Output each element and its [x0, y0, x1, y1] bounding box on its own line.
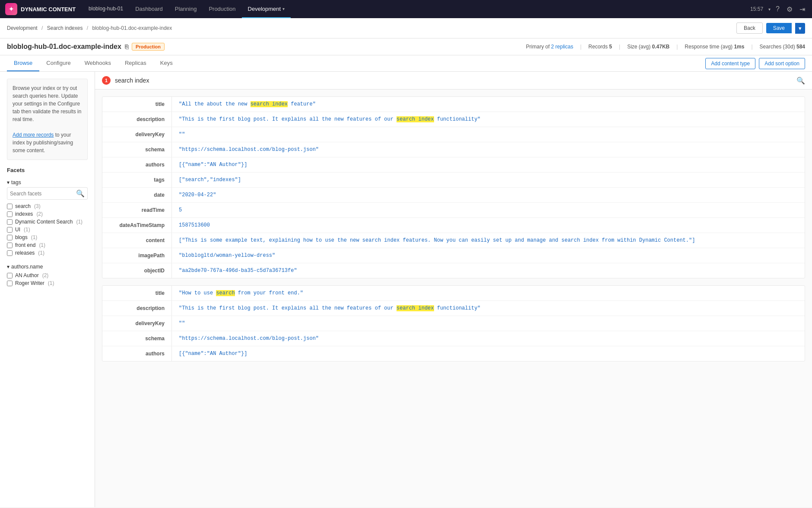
facet-item-search[interactable]: search (3) [7, 202, 88, 210]
breadcrumb-current: bloblog-hub-01.doc-example-index [92, 25, 172, 31]
help-button[interactable]: ? [774, 3, 781, 15]
field-label-description: description [102, 112, 171, 127]
facet-group-authors: ▾ authors.name AN Author (2) Roger Write… [7, 262, 88, 287]
facets-title: Facets [7, 167, 88, 173]
field-label-imagepath: imagePath [102, 248, 171, 263]
facet-checkbox-blogs[interactable] [7, 235, 13, 240]
tabs: Browse Configure Webhooks Replicas Keys [7, 55, 180, 71]
facet-checkbox-indexes[interactable] [7, 211, 13, 217]
field-value-schema-2: "https://schema.localhost.com/blog-post.… [172, 331, 805, 346]
field-value-objectid: "aa2bde70-767a-496d-ba35-c5d7a36713fe" [172, 263, 805, 278]
copy-icon[interactable]: ⎘ [125, 43, 128, 50]
facet-item-frontend[interactable]: front end (1) [7, 241, 88, 249]
table-row: schema "https://schema.localhost.com/blo… [102, 142, 805, 157]
facet-item-ui[interactable]: UI (1) [7, 226, 88, 233]
app-name: DYNAMIC CONTENT [21, 6, 76, 13]
searches-stat: Searches (30d) 584 [760, 44, 805, 50]
field-value-description-2: "This is the first blog post. It explain… [172, 301, 805, 316]
search-input[interactable] [115, 77, 796, 84]
nav-dropdown-arrow: ▾ [282, 6, 285, 11]
field-label-readtime: readTime [102, 203, 171, 218]
tab-replicas[interactable]: Replicas [118, 55, 153, 71]
clock-time: 15:57 [750, 6, 763, 12]
tab-webhooks[interactable]: Webhooks [78, 55, 118, 71]
facet-chevron-tags: ▾ [7, 179, 10, 185]
nav-tab-production[interactable]: Production [203, 0, 241, 18]
facet-item-an-author[interactable]: AN Author (2) [7, 272, 88, 279]
table-row: content ["This is some example text, exp… [102, 233, 805, 248]
index-title-area: bloblog-hub-01.doc-example-index ⎘ Produ… [7, 43, 165, 51]
replicas-link[interactable]: 2 replicas [551, 44, 573, 50]
facet-checkbox-an-author[interactable] [7, 273, 13, 278]
result-table-2: title "How to use search from your front… [102, 286, 805, 361]
field-label-description-2: description [102, 301, 171, 316]
field-label-title: title [102, 97, 171, 112]
top-navigation: ✦ DYNAMIC CONTENT bloblog-hub-01 Dashboa… [0, 0, 812, 18]
settings-button[interactable]: ⚙ [785, 3, 794, 15]
facet-group-authors-header[interactable]: ▾ authors.name [7, 262, 88, 272]
field-label-title-2: title [102, 286, 171, 301]
field-label-deliverykey: deliveryKey [102, 127, 171, 142]
facet-checkbox-ui[interactable] [7, 227, 13, 233]
facet-checkbox-roger-writer[interactable] [7, 281, 13, 286]
add-more-records-link[interactable]: Add more records [13, 132, 54, 138]
facet-item-blogs[interactable]: blogs (1) [7, 233, 88, 241]
main-layout: Browse your index or try out search quer… [0, 72, 812, 507]
facet-checkbox-search[interactable] [7, 204, 13, 209]
table-row: deliveryKey "" [102, 316, 805, 331]
field-value-description: "This is the first blog post. It explain… [172, 112, 805, 127]
tab-browse[interactable]: Browse [7, 55, 39, 71]
field-value-tags: ["search","indexes"] [172, 173, 805, 188]
save-dropdown-button[interactable]: ▾ [795, 23, 805, 34]
facet-checkbox-frontend[interactable] [7, 243, 13, 248]
breadcrumb-search-indexes[interactable]: Search indexes [47, 25, 83, 31]
nav-tab-development[interactable]: Development ▾ [242, 0, 291, 18]
tabs-actions: Add content type Add sort option [705, 58, 805, 69]
search-input-wrap [115, 77, 796, 84]
result-table-1: title "All the about the new search inde… [102, 97, 805, 278]
back-button[interactable]: Back [736, 22, 763, 34]
field-label-authors-2: authors [102, 346, 171, 361]
replicas-label: Primary of 2 replicas [526, 44, 573, 50]
facet-search-input[interactable] [10, 191, 74, 197]
table-row: authors [{"name":"AN Author"}] [102, 346, 805, 361]
facet-checkbox-dcs[interactable] [7, 219, 13, 225]
size-stat: Size (avg) 0.47KB [627, 44, 669, 50]
save-button[interactable]: Save [766, 23, 792, 33]
facet-item-roger-writer[interactable]: Roger Writer (1) [7, 279, 88, 287]
tab-configure[interactable]: Configure [39, 55, 77, 71]
nav-tab-dashboard[interactable]: Dashboard [129, 0, 169, 18]
facet-item-releases[interactable]: releases (1) [7, 249, 88, 257]
nav-tab-planning[interactable]: Planning [169, 0, 203, 18]
field-label-schema: schema [102, 142, 171, 157]
facet-checkbox-releases[interactable] [7, 250, 13, 256]
field-label-content: content [102, 233, 171, 248]
facet-chevron-authors: ▾ [7, 264, 10, 270]
logo-icon: ✦ [5, 3, 17, 15]
response-stat: Response time (avg) 1ms [685, 44, 744, 50]
facet-item-dynamic-content-search[interactable]: Dynamic Content Search (1) [7, 218, 88, 226]
hub-tab[interactable]: bloblog-hub-01 [82, 0, 129, 18]
facet-item-indexes[interactable]: indexes (2) [7, 210, 88, 218]
info-box: Browse your index or try out search quer… [7, 79, 88, 160]
production-badge: Production [132, 43, 165, 51]
search-icon: 🔍 [796, 77, 805, 85]
signout-button[interactable]: ⇥ [798, 3, 807, 15]
facet-group-tags-header[interactable]: ▾ tags [7, 178, 88, 187]
time-dropdown-icon: ▾ [768, 7, 771, 12]
table-row: tags ["search","indexes"] [102, 173, 805, 188]
add-content-type-button[interactable]: Add content type [705, 58, 755, 69]
field-value-content: ["This is some example text, explaining … [172, 233, 805, 248]
table-row: title "How to use search from your front… [102, 286, 805, 301]
field-value-authors: [{"name":"AN Author"}] [172, 157, 805, 173]
table-row: dateAsTimeStamp 1587513600 [102, 218, 805, 233]
table-row: readTime 5 [102, 203, 805, 218]
breadcrumb-development[interactable]: Development [7, 25, 38, 31]
field-label-datetimestamp: dateAsTimeStamp [102, 218, 171, 233]
records-stat: Records 5 [588, 44, 612, 50]
table-row: date "2020-04-22" [102, 188, 805, 203]
tab-keys[interactable]: Keys [153, 55, 180, 71]
field-value-authors-2: [{"name":"AN Author"}] [172, 346, 805, 361]
table-row: authors [{"name":"AN Author"}] [102, 157, 805, 173]
add-sort-option-button[interactable]: Add sort option [759, 58, 805, 69]
